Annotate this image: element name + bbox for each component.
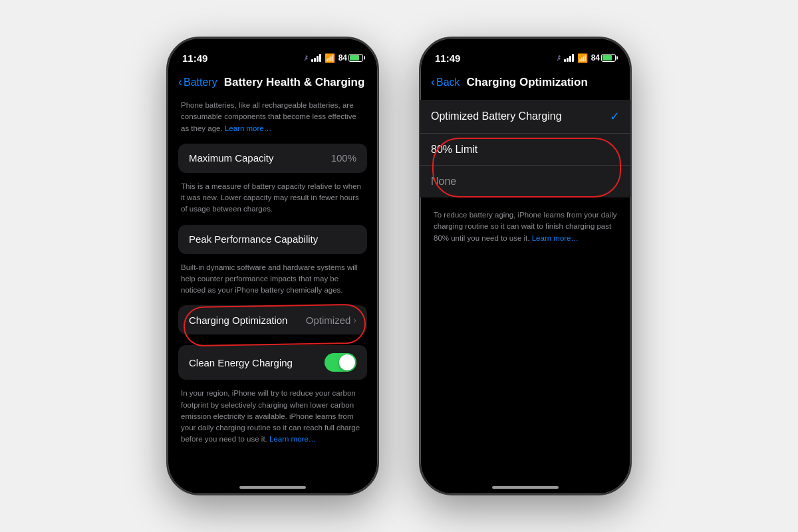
back-label-1: Battery bbox=[184, 76, 217, 88]
charging-opt-section[interactable]: Charging Optimization Optimized › bbox=[178, 305, 367, 334]
back-label-2: Back bbox=[436, 76, 460, 88]
max-capacity-desc: This is a measure of battery capacity re… bbox=[168, 177, 378, 225]
battery-indicator: 84 bbox=[338, 53, 363, 63]
charging-opt-value: Optimized › bbox=[306, 315, 356, 326]
option-none-label: None bbox=[431, 176, 456, 188]
max-capacity-section: Maximum Capacity 100% bbox=[178, 144, 367, 173]
option-optimized[interactable]: Optimized Battery Charging ✓ bbox=[420, 100, 630, 134]
learn-more-link-2[interactable]: Learn more… bbox=[269, 435, 316, 443]
option-none[interactable]: None bbox=[420, 166, 630, 198]
dynamic-island-2 bbox=[492, 46, 559, 65]
battery-pct-label: 84 bbox=[338, 53, 347, 63]
charging-opt-footer: To reduce battery aging, iPhone learns f… bbox=[420, 205, 630, 253]
battery-pct-label-2: 84 bbox=[591, 53, 600, 63]
learn-more-link-3[interactable]: Learn more… bbox=[532, 234, 579, 242]
phone-1: 11:49 ✱ 📶 84 ‹ Battery Battery Health & bbox=[166, 37, 379, 495]
back-button-2[interactable]: ‹ Back bbox=[431, 75, 460, 89]
battery-body bbox=[348, 54, 363, 62]
back-button-1[interactable]: ‹ Battery bbox=[178, 75, 217, 89]
chevron-right-icon-1: › bbox=[353, 315, 356, 325]
clean-energy-desc: In your region, iPhone will try to reduc… bbox=[168, 384, 378, 454]
status-time-2: 11:49 bbox=[435, 53, 460, 64]
charging-opt-label: Charging Optimization bbox=[189, 315, 287, 326]
nav-bar-2: ‹ Back Charging Optimization bbox=[420, 72, 630, 96]
nav-bar-1: ‹ Battery Battery Health & Charging bbox=[168, 72, 378, 96]
peak-perf-label: Peak Performance Capability bbox=[189, 233, 318, 245]
charging-options-list: Optimized Battery Charging ✓ 80% Limit N… bbox=[420, 100, 630, 198]
battery-fill-2 bbox=[602, 55, 612, 61]
phone-2: 11:49 ✱ 📶 84 ‹ Back Charging Optimizatio bbox=[419, 37, 632, 495]
status-icons-2: ✱ 📶 84 bbox=[554, 53, 616, 63]
screen-content-1: Phone batteries, like all rechargeable b… bbox=[168, 96, 378, 471]
charging-opt-row[interactable]: Charging Optimization Optimized › bbox=[178, 305, 367, 334]
page-title-2: Charging Optimization bbox=[467, 76, 588, 89]
battery-indicator-2: 84 bbox=[591, 53, 616, 63]
max-capacity-label: Maximum Capacity bbox=[189, 152, 274, 164]
toggle-knob bbox=[339, 354, 355, 370]
home-indicator-1 bbox=[239, 486, 306, 489]
option-80-limit[interactable]: 80% Limit bbox=[420, 134, 630, 166]
learn-more-link-1[interactable]: Learn more… bbox=[225, 124, 271, 132]
clean-energy-row: Clean Energy Charging bbox=[178, 345, 367, 380]
option-optimized-label: Optimized Battery Charging bbox=[431, 110, 562, 122]
status-time-1: 11:49 bbox=[182, 53, 207, 64]
wifi-icon: 📶 bbox=[325, 53, 335, 63]
wifi-icon-2: 📶 bbox=[577, 53, 588, 63]
clean-energy-label: Clean Energy Charging bbox=[189, 357, 293, 368]
option-80-label: 80% Limit bbox=[431, 144, 477, 156]
page-title-1: Battery Health & Charging bbox=[224, 76, 365, 89]
peak-perf-row: Peak Performance Capability bbox=[178, 225, 367, 254]
back-chevron-icon-2: ‹ bbox=[431, 75, 435, 89]
home-indicator-2 bbox=[492, 486, 559, 489]
signal-icon-2 bbox=[564, 54, 574, 62]
back-chevron-icon: ‹ bbox=[178, 75, 182, 89]
max-capacity-row: Maximum Capacity 100% bbox=[178, 144, 367, 173]
peak-perf-desc: Built-in dynamic software and hardware s… bbox=[168, 258, 378, 306]
signal-icon bbox=[311, 54, 321, 62]
battery-fill bbox=[350, 55, 359, 61]
dynamic-island bbox=[239, 46, 306, 65]
checkmark-icon: ✓ bbox=[610, 109, 620, 124]
clean-energy-section: Clean Energy Charging bbox=[178, 345, 367, 380]
max-capacity-value: 100% bbox=[331, 152, 356, 164]
clean-energy-toggle[interactable] bbox=[325, 353, 356, 372]
battery-body-2 bbox=[601, 54, 616, 62]
status-icons-1: ✱ 📶 84 bbox=[301, 53, 363, 63]
intro-text-1: Phone batteries, like all rechargeable b… bbox=[168, 96, 378, 144]
screen-content-2: Optimized Battery Charging ✓ 80% Limit N… bbox=[420, 96, 630, 471]
peak-perf-section: Peak Performance Capability bbox=[178, 225, 367, 254]
